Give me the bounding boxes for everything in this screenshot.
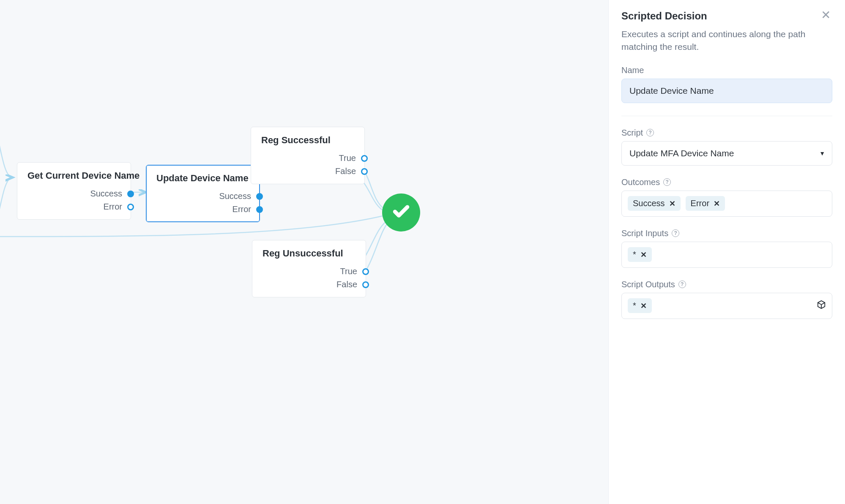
remove-tag-icon[interactable]: ✕ bbox=[640, 251, 647, 259]
output-port[interactable] bbox=[362, 268, 369, 275]
output-port[interactable] bbox=[256, 193, 263, 200]
flow-node-update-device-name[interactable]: Update Device Name Success Error bbox=[146, 165, 260, 222]
field-script: Script ? Update MFA Device Name ▼ bbox=[621, 128, 832, 166]
node-properties-panel: Scripted Decision ✕ Executes a script an… bbox=[608, 0, 845, 504]
close-icon: ✕ bbox=[821, 8, 831, 22]
node-outcome-success[interactable]: Success bbox=[23, 187, 125, 200]
panel-description: Executes a script and continues along th… bbox=[621, 28, 832, 54]
flow-node-reg-unsuccessful[interactable]: Reg Unsuccessful True False bbox=[252, 240, 366, 297]
field-script-inputs: Script Inputs ? * ✕ bbox=[621, 229, 832, 268]
remove-tag-icon[interactable]: ✕ bbox=[640, 302, 647, 310]
field-label-script-inputs: Script Inputs bbox=[621, 229, 668, 238]
node-outcome-false[interactable]: False bbox=[258, 278, 360, 291]
field-name: Name bbox=[621, 65, 832, 103]
output-port[interactable] bbox=[362, 281, 369, 288]
help-icon[interactable]: ? bbox=[672, 229, 679, 237]
help-icon[interactable]: ? bbox=[678, 281, 686, 288]
output-port[interactable] bbox=[361, 168, 368, 175]
field-label-outcomes: Outcomes bbox=[621, 177, 660, 187]
close-button[interactable]: ✕ bbox=[819, 9, 832, 21]
flow-node-reg-successful[interactable]: Reg Successful True False bbox=[251, 127, 365, 184]
remove-tag-icon[interactable]: ✕ bbox=[669, 200, 675, 207]
script-output-tag[interactable]: * ✕ bbox=[628, 298, 652, 313]
node-outcome-error[interactable]: Error bbox=[152, 203, 254, 216]
output-port[interactable] bbox=[127, 191, 134, 197]
output-port[interactable] bbox=[127, 204, 134, 210]
flow-canvas[interactable]: Get Current Device Name Success Error Up… bbox=[0, 0, 608, 504]
node-title: Update Device Name bbox=[146, 165, 260, 187]
script-outputs-tagbox[interactable]: * ✕ bbox=[621, 293, 832, 319]
outcome-tag[interactable]: Success ✕ bbox=[628, 196, 681, 211]
node-title: Get Current Device Name bbox=[17, 163, 131, 185]
node-title: Reg Unsuccessful bbox=[252, 240, 366, 262]
outcomes-tagbox[interactable]: Success ✕ Error ✕ bbox=[621, 191, 832, 217]
divider bbox=[621, 116, 832, 116]
field-script-outputs: Script Outputs ? * ✕ bbox=[621, 280, 832, 319]
node-outcome-true[interactable]: True bbox=[258, 265, 360, 278]
flow-node-get-current-device-name[interactable]: Get Current Device Name Success Error bbox=[17, 162, 131, 220]
outcome-tag[interactable]: Error ✕ bbox=[686, 196, 725, 211]
check-icon bbox=[392, 202, 410, 223]
field-label-script-outputs: Script Outputs bbox=[621, 280, 675, 289]
field-label-script: Script bbox=[621, 128, 643, 138]
remove-tag-icon[interactable]: ✕ bbox=[714, 200, 720, 207]
script-input-tag[interactable]: * ✕ bbox=[628, 247, 652, 262]
node-outcome-error[interactable]: Error bbox=[23, 200, 125, 213]
script-select-value: Update MFA Device Name bbox=[629, 148, 734, 158]
help-icon[interactable]: ? bbox=[646, 129, 654, 136]
output-port[interactable] bbox=[256, 206, 263, 213]
node-outcome-true[interactable]: True bbox=[257, 152, 358, 165]
node-outcome-success[interactable]: Success bbox=[152, 190, 254, 203]
field-outcomes: Outcomes ? Success ✕ Error ✕ bbox=[621, 177, 832, 217]
panel-title: Scripted Decision bbox=[621, 10, 707, 22]
cube-icon[interactable] bbox=[817, 300, 826, 311]
node-title: Reg Successful bbox=[251, 127, 364, 149]
flow-end-success[interactable] bbox=[382, 193, 420, 232]
output-port[interactable] bbox=[361, 155, 368, 162]
node-outcome-false[interactable]: False bbox=[257, 165, 358, 178]
name-input[interactable] bbox=[621, 79, 832, 103]
app-root: Get Current Device Name Success Error Up… bbox=[0, 0, 845, 504]
script-inputs-tagbox[interactable]: * ✕ bbox=[621, 242, 832, 268]
help-icon[interactable]: ? bbox=[663, 178, 671, 186]
script-select[interactable]: Update MFA Device Name ▼ bbox=[621, 141, 832, 166]
field-label-name: Name bbox=[621, 65, 832, 75]
chevron-down-icon: ▼ bbox=[819, 150, 825, 157]
